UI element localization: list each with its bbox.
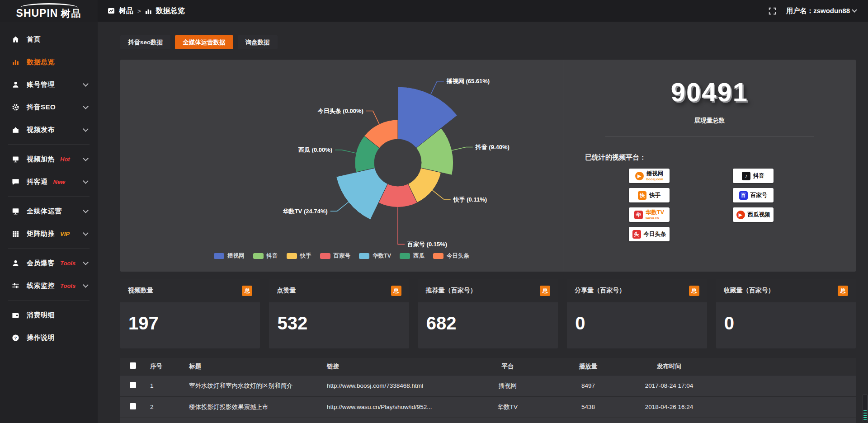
tab-1[interactable]: 全媒体运营数据 — [175, 35, 233, 49]
cell-plays: 5438 — [548, 396, 628, 418]
sidebar-item-tag: Tools — [60, 282, 75, 289]
legend-item-华数TV[interactable]: 华数TV — [359, 252, 391, 260]
stat-card-0: 视频数量 总 197 — [120, 279, 260, 348]
row-checkbox[interactable] — [130, 403, 136, 409]
legend-item-今日头条[interactable]: 今日头条 — [433, 252, 469, 260]
sidebar-item-2[interactable]: 账号管理 — [0, 73, 98, 96]
tab-0[interactable]: 抖音seo数据 — [120, 35, 170, 49]
breadcrumb-separator: > — [137, 8, 141, 14]
chevron-down-icon — [83, 126, 89, 132]
table-row-1: 1 室外水纹灯和室内水纹灯的区别和简介 http://www.boosj.com… — [120, 375, 856, 396]
legend-swatch — [359, 253, 369, 259]
legend-item-快手[interactable]: 快手 — [287, 252, 311, 260]
legend-item-抖音[interactable]: 抖音 — [253, 252, 278, 260]
scrollbar-thumb[interactable] — [863, 394, 868, 422]
platform-badge-百家号: 百 百家号 — [733, 188, 774, 202]
pie-label: 西瓜 (0.00%) — [298, 146, 332, 153]
wasu-logo: 华 — [634, 211, 643, 219]
xigua-logo: ▶ — [736, 211, 745, 219]
question-icon: ? — [11, 333, 20, 342]
sidebar-item-4[interactable]: 视频发布 — [0, 118, 98, 141]
legend-swatch — [214, 253, 224, 259]
pie-slice-华数TV[interactable] — [336, 168, 388, 220]
row-checkbox[interactable] — [130, 382, 136, 388]
cell-link[interactable]: http://www.wasu.cn/Play/show/id/952... — [322, 396, 467, 418]
stat-card-label: 收藏量（百家号） — [724, 287, 774, 295]
wallet-icon — [11, 310, 20, 320]
select-all-checkbox[interactable] — [130, 362, 136, 369]
platform-badge-今日头条: 头 今日头条 — [629, 227, 670, 241]
total-impressions-value: 90491 — [563, 78, 856, 107]
sidebar-item-tag: VIP — [60, 230, 70, 237]
pie-label-line — [330, 202, 349, 211]
platform-badge-播视网: ▶ 播视网 boosj.com — [629, 169, 670, 183]
legend-item-百家号[interactable]: 百家号 — [320, 252, 351, 260]
chat-icon — [11, 177, 20, 186]
cell-plays: 8497 — [548, 375, 628, 396]
platform-name: 西瓜视频 — [748, 212, 770, 218]
sidebar-item-6[interactable]: 视频加热Hot — [0, 148, 98, 170]
tab-2[interactable]: 询盘数据 — [238, 35, 278, 49]
sidebar-item-13[interactable]: 线索监控Tools — [0, 274, 98, 297]
sidebar-item-9[interactable]: 全媒体运营 — [0, 200, 98, 222]
overview-panel: 播视网 (65.61%)抖音 (9.40%)快手 (0.11%)百家号 (0.1… — [120, 60, 856, 272]
sidebar-item-0[interactable]: 首页 — [0, 28, 98, 51]
app-logo[interactable]: SHUPIN树品 — [0, 0, 98, 22]
chevron-down-icon — [83, 259, 89, 265]
bar-chart-icon — [11, 57, 20, 66]
stat-card-1: 点赞量 总 532 — [269, 279, 409, 348]
rose-pie-chart: 播视网 (65.61%)抖音 (9.40%)快手 (0.11%)百家号 (0.1… — [120, 60, 563, 272]
total-badge: 总 — [391, 286, 401, 296]
stat-card-value: 197 — [120, 302, 260, 334]
col-header-3: 平台 — [467, 358, 548, 375]
cell-seq: 1 — [146, 375, 184, 396]
sliders-icon — [11, 281, 20, 290]
breadcrumb-current: 数据总览 — [156, 6, 185, 16]
videos-table: 序号标题链接平台播放量发布时间 1 室外水纹灯和室内水纹灯的区别和简介 http… — [120, 358, 856, 423]
sidebar-item-tag: Hot — [60, 156, 70, 163]
pie-label: 华数TV (24.74%) — [283, 208, 328, 215]
sidebar-item-1[interactable]: 数据总览 — [0, 51, 98, 73]
breadcrumb-root[interactable]: 树品 — [119, 6, 133, 16]
legend-label: 抖音 — [267, 252, 278, 260]
legend-item-西瓜[interactable]: 西瓜 — [400, 252, 425, 260]
douyin-logo: ♪ — [742, 172, 750, 180]
stat-card-header: 分享量（百家号） 总 — [567, 279, 707, 302]
sidebar-item-12[interactable]: 会员爆客Tools — [0, 252, 98, 274]
col-header-0: 序号 — [146, 358, 184, 375]
user-icon — [11, 80, 20, 89]
home-icon — [11, 35, 20, 44]
legend-swatch — [320, 253, 330, 259]
fullscreen-icon[interactable] — [769, 7, 776, 15]
platform-name: 今日头条 — [644, 231, 666, 237]
sidebar-item-10[interactable]: 矩阵助推VIP — [0, 222, 98, 245]
stat-card-value: 532 — [269, 302, 409, 334]
summary-section: 90491 展现量总数 已统计的视频平台： ▶ 播视网 boosj.com快 快… — [563, 60, 856, 272]
legend-item-播视网[interactable]: 播视网 — [214, 252, 245, 260]
pie-label: 今日头条 (0.00%) — [317, 108, 363, 114]
chevron-down-icon — [83, 81, 89, 87]
sidebar-item-16[interactable]: ?操作说明 — [0, 326, 98, 349]
cell-platform: 播视网 — [467, 375, 548, 396]
cell-title[interactable]: 楼体投影灯投影效果震撼上市 — [184, 396, 322, 418]
sidebar-item-label: 线索监控 — [27, 282, 55, 290]
platform-badge-抖音: ♪ 抖音 — [733, 169, 774, 183]
total-badge: 总 — [540, 286, 550, 296]
chevron-down-icon — [852, 7, 857, 12]
cell-link[interactable]: http://www.boosj.com/7338468.html — [322, 375, 467, 396]
pie-label-line — [452, 147, 473, 150]
cell-platform: 华数TV — [467, 396, 548, 418]
stat-card-label: 分享量（百家号） — [575, 287, 625, 295]
sidebar-item-15[interactable]: 消费明细 — [0, 304, 98, 326]
user-menu[interactable]: 用户名：zswodun88 — [786, 7, 856, 15]
stat-card-value: 0 — [716, 302, 856, 334]
username-label: 用户名：zswodun88 — [786, 7, 850, 15]
baijiahao-logo: 百 — [739, 191, 748, 200]
platform-name: 播视网 — [646, 171, 664, 177]
sidebar-item-3[interactable]: 抖音SEO — [0, 96, 98, 118]
stat-card-header: 视频数量 总 — [120, 279, 260, 302]
col-header-2: 链接 — [322, 358, 467, 375]
platform-name: 百家号 — [750, 193, 768, 198]
sidebar-item-7[interactable]: 抖客通New — [0, 170, 98, 193]
cell-title[interactable]: 室外水纹灯和室内水纹灯的区别和简介 — [184, 375, 322, 396]
